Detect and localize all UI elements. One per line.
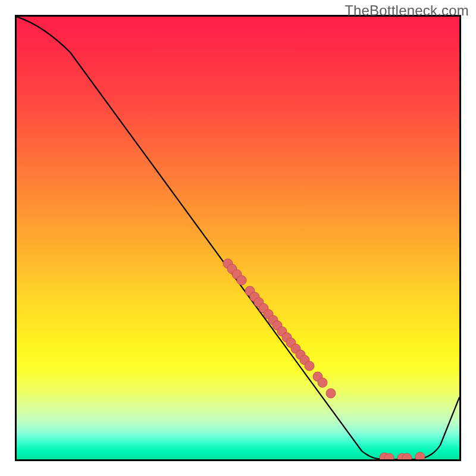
bottleneck-curve [17,17,459,459]
data-point [318,378,327,387]
data-point [305,361,314,371]
data-point [326,389,336,398]
plot-area [15,15,461,461]
watermark-text: TheBottleneck.com [345,2,469,19]
scatter-points [223,259,425,459]
chart-container: TheBottleneck.com [0,0,476,476]
data-point [237,275,246,285]
data-point [415,452,425,459]
chart-overlay-svg [17,17,459,459]
